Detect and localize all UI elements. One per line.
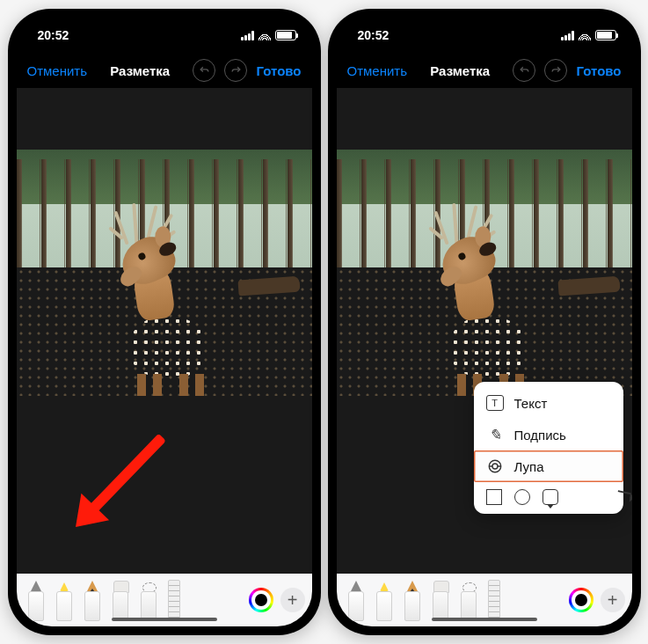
shape-circle[interactable] (514, 489, 530, 505)
color-picker[interactable] (249, 588, 273, 612)
home-indicator[interactable] (432, 618, 537, 621)
menu-item-label: Подпись (514, 428, 566, 443)
shapes-row (474, 482, 623, 509)
phone-frame-right: 20:52 Отменить Разметка Готово (328, 9, 641, 635)
menu-item-signature[interactable]: ✎ Подпись (474, 419, 623, 450)
photo-content[interactable] (17, 150, 312, 396)
page-title: Разметка (430, 63, 490, 78)
shape-speech-bubble[interactable] (542, 489, 558, 505)
ruler-tool[interactable] (488, 580, 500, 620)
page-title: Разметка (110, 63, 170, 78)
nav-bar: Отменить Разметка Готово (337, 53, 632, 88)
clock: 20:52 (358, 28, 390, 42)
battery-icon (595, 30, 616, 40)
status-right (561, 30, 616, 40)
magnifier-icon (486, 458, 504, 474)
undo-button[interactable] (513, 59, 535, 82)
pencil-tool[interactable] (400, 579, 425, 621)
pen-tool[interactable] (24, 579, 48, 621)
menu-item-label: Лупа (514, 459, 544, 474)
deer-subject (111, 238, 234, 388)
undo-button[interactable] (193, 59, 215, 82)
redo-button[interactable] (224, 59, 247, 82)
home-indicator[interactable] (112, 618, 217, 621)
signature-icon: ✎ (486, 427, 504, 443)
cellular-icon (241, 31, 254, 40)
wifi-icon (258, 31, 271, 40)
add-button[interactable]: + (601, 588, 625, 612)
wifi-icon (579, 31, 591, 40)
screen: 20:52 Отменить Разметка Готово (17, 18, 312, 626)
add-menu-popup: T Текст ✎ Подпись Лупа (474, 382, 623, 514)
color-picker[interactable] (569, 588, 593, 612)
marker-tool[interactable] (372, 579, 397, 621)
add-button[interactable]: + (280, 588, 305, 612)
shape-square[interactable] (486, 489, 502, 505)
phone-frame-left: 20:52 Отменить Разметка Готово (8, 9, 321, 635)
eraser-tool[interactable] (108, 579, 133, 621)
canvas-area[interactable]: T Текст ✎ Подпись Лупа (337, 88, 632, 574)
text-icon: T (486, 395, 504, 411)
cancel-button[interactable]: Отменить (27, 63, 88, 78)
eraser-tool[interactable] (428, 579, 453, 621)
lasso-tool[interactable] (456, 579, 481, 621)
clock: 20:52 (38, 28, 69, 42)
battery-icon (275, 30, 296, 40)
svg-point-1 (492, 464, 498, 469)
cancel-button[interactable]: Отменить (347, 63, 408, 78)
done-button[interactable]: Готово (256, 63, 301, 78)
menu-item-label: Текст (514, 396, 548, 411)
nav-bar: Отменить Разметка Готово (17, 53, 312, 88)
status-right (241, 30, 296, 40)
marker-tool[interactable] (52, 579, 76, 621)
notch (414, 18, 555, 40)
notch (94, 18, 235, 40)
pen-tool[interactable] (344, 579, 368, 621)
ruler-tool[interactable] (168, 580, 180, 620)
menu-item-text[interactable]: T Текст (474, 387, 623, 419)
pencil-tool[interactable] (80, 579, 105, 621)
canvas-area[interactable] (17, 88, 312, 574)
photo-content[interactable] (337, 150, 632, 396)
screen: 20:52 Отменить Разметка Готово (337, 18, 632, 626)
cellular-icon (561, 31, 574, 40)
lasso-tool[interactable] (136, 579, 161, 621)
menu-item-magnifier[interactable]: Лупа (474, 450, 623, 482)
deer-subject (431, 238, 554, 388)
redo-button[interactable] (544, 59, 567, 82)
shape-arrow[interactable] (612, 486, 631, 509)
done-button[interactable]: Готово (576, 63, 621, 78)
